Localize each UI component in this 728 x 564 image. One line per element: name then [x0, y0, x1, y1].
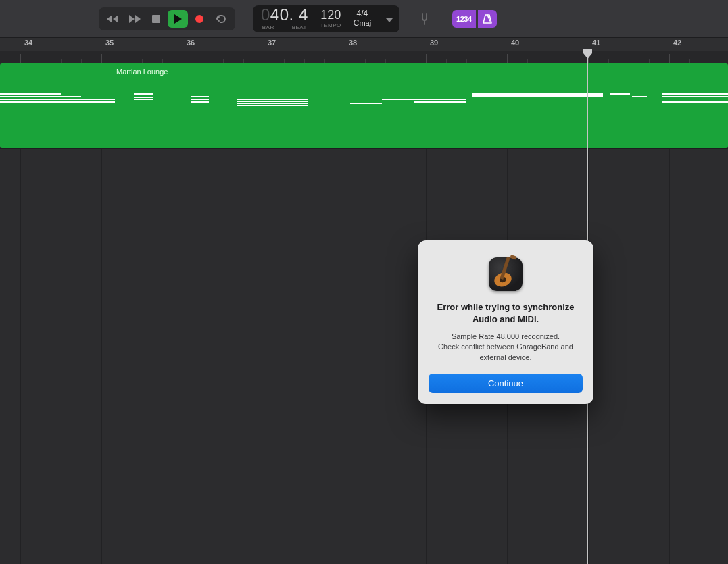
midi-note	[0, 101, 115, 103]
midi-note	[0, 99, 115, 100]
midi-note	[191, 101, 209, 103]
midi-note	[134, 93, 153, 95]
position-beat: 4	[294, 5, 308, 24]
track-row[interactable]	[0, 149, 728, 236]
midi-note	[662, 93, 728, 95]
midi-note	[350, 103, 382, 104]
forward-button[interactable]	[124, 10, 145, 28]
midi-note	[0, 96, 81, 97]
position-dim: 0	[261, 5, 270, 24]
track-row[interactable]: Martian Lounge	[0, 63, 728, 149]
transport-controls	[99, 7, 235, 30]
midi-note	[382, 99, 414, 100]
dialog-body-line1: Sample Rate 48,000 recognized.	[429, 332, 583, 342]
count-in-button[interactable]: 1234	[452, 10, 475, 28]
bar-number: 41	[592, 39, 600, 47]
bar-number: 38	[349, 39, 357, 47]
midi-note	[191, 96, 209, 97]
midi-note	[134, 99, 153, 100]
timeline-ruler[interactable]: 343536373839404142	[0, 37, 728, 63]
svg-rect-5	[510, 255, 516, 260]
midi-note	[610, 93, 630, 95]
bar-number: 35	[105, 39, 114, 47]
bar-number: 34	[24, 39, 32, 47]
lcd-position[interactable]: 040. 4 BAR BEAT	[261, 5, 308, 32]
dialog-body: Sample Rate 48,000 recognized. Check con…	[429, 332, 583, 363]
bar-number: 42	[673, 39, 681, 47]
midi-note	[237, 103, 308, 104]
midi-note	[191, 99, 209, 100]
midi-note	[134, 97, 153, 98]
continue-button[interactable]: Continue	[429, 374, 583, 393]
midi-note	[0, 93, 61, 95]
label-beat: BEAT	[292, 24, 307, 30]
midi-note	[662, 101, 728, 103]
dialog-title: Error while trying to synchronize Audio …	[429, 301, 583, 325]
time-signature: 4/4	[357, 9, 368, 19]
midi-note	[472, 93, 603, 95]
bar-number: 40	[511, 39, 519, 47]
midi-note	[414, 101, 466, 103]
error-dialog: Error while trying to synchronize Audio …	[418, 240, 593, 404]
lcd-display: 040. 4 BAR BEAT 120 TEMPO 4/4 Cmaj	[253, 5, 399, 32]
midi-note	[237, 99, 308, 100]
app-icon	[487, 254, 525, 292]
rewind-button[interactable]	[103, 10, 123, 28]
midi-note	[472, 95, 603, 97]
stop-button[interactable]	[146, 10, 166, 28]
record-button[interactable]	[189, 10, 210, 28]
tracks-area[interactable]: Martian Lounge	[0, 63, 728, 564]
playhead-handle-icon[interactable]	[583, 49, 592, 59]
track-row[interactable]	[0, 236, 728, 324]
lcd-tempo[interactable]: 120 TEMPO	[320, 5, 341, 32]
mode-toggle: 1234	[452, 10, 496, 28]
label-tempo: TEMPO	[320, 22, 341, 28]
midi-note	[414, 99, 466, 100]
label-bar: BAR	[262, 24, 274, 30]
bar-number: 37	[268, 39, 276, 47]
count-in-label: 1234	[456, 15, 471, 23]
position-bar: 40.	[270, 5, 294, 24]
play-button[interactable]	[168, 10, 188, 28]
midi-note	[632, 96, 647, 97]
midi-note	[237, 101, 308, 102]
tuning-fork-icon[interactable]	[418, 12, 431, 26]
tempo-value: 120	[320, 9, 341, 21]
metronome-button[interactable]	[478, 10, 497, 28]
svg-point-1	[195, 15, 203, 23]
key-mode: maj	[359, 19, 371, 27]
cycle-button[interactable]	[211, 10, 231, 28]
bar-number: 39	[430, 39, 438, 47]
lcd-signature-key[interactable]: 4/4 Cmaj	[354, 5, 371, 32]
dialog-body-line2: Check conflict between GarageBand and ex…	[429, 342, 583, 363]
lcd-chevron-icon[interactable]	[383, 13, 395, 25]
toolbar: 040. 4 BAR BEAT 120 TEMPO 4/4 Cmaj 1234	[0, 0, 728, 37]
midi-note	[237, 105, 308, 106]
bar-number: 36	[187, 39, 195, 47]
svg-rect-0	[152, 15, 160, 23]
midi-note	[662, 96, 728, 97]
midi-region[interactable]: Martian Lounge	[0, 63, 728, 148]
region-name: Martian Lounge	[116, 68, 168, 76]
